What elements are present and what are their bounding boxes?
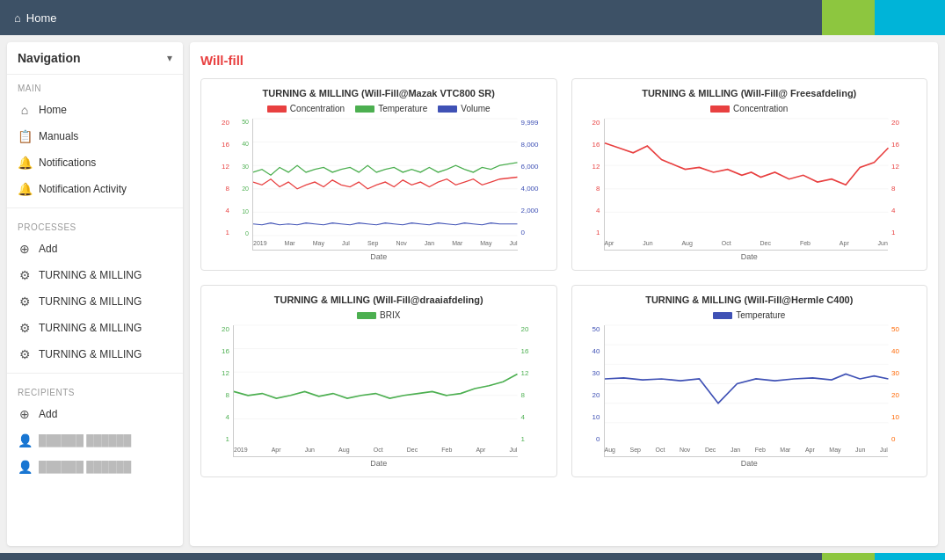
chart-2-title: TURNING & MILLING (Will-Fill@ Freesafdel… [581, 88, 919, 98]
accent-blue [875, 0, 945, 35]
chevron-down-icon: ▾ [167, 52, 172, 64]
sidebar-item-notification-activity[interactable]: 🔔 Notification Activity [7, 176, 183, 202]
sidebar-item-manuals-label: Manuals [39, 130, 78, 142]
sidebar-item-home-label: Home [39, 104, 67, 116]
chart-1-x-labels: 2019MarMayJulSepNovJanMarMayJul [253, 238, 518, 252]
sidebar-divider-2 [7, 373, 183, 374]
sidebar-item-tm2[interactable]: ⚙ TURNING & MILLING [7, 288, 183, 315]
sidebar-item-add-recipient[interactable]: ⊕ Add [7, 401, 183, 427]
chart-1-svg [253, 119, 518, 236]
sidebar-item-add-process-label: Add [39, 243, 57, 255]
chart-1: TURNING & MILLING (Will-Fill@Mazak VTC80… [200, 78, 557, 271]
main-content: Will-fill TURNING & MILLING (Will-Fill@M… [190, 42, 938, 546]
chart-4-svg [605, 325, 889, 442]
top-bar-accent [822, 0, 945, 35]
person-icon-1: 👤 [18, 433, 32, 447]
sidebar-nav-header[interactable]: Navigation ▾ [7, 42, 183, 75]
chart-2-legend: Concentration [581, 104, 919, 113]
bell-alert-icon: 🔔 [18, 182, 32, 196]
sidebar-item-recipient1[interactable]: 👤 ██████ ██████ [7, 427, 183, 454]
chart-4-area: 50403020100 [581, 325, 919, 457]
chart-3-svg [234, 325, 518, 442]
sidebar-item-tm4-label: TURNING & MILLING [39, 348, 142, 360]
sidebar-item-notifications-label: Notifications [39, 156, 96, 169]
person-icon-2: 👤 [18, 460, 32, 474]
chart-4-y-right: 50403020100 [891, 325, 918, 457]
chart-2-x-labels: AprJunAugOctDecFebAprJun [605, 238, 889, 252]
accent-green [822, 0, 875, 35]
chart-2-y-left: 201612841 [581, 119, 600, 251]
sidebar-item-notifications[interactable]: 🔔 Notifications [7, 149, 183, 176]
gear-icon-4: ⚙ [18, 347, 32, 361]
sidebar-section-main-label: MAIN [7, 75, 183, 97]
legend-color-concentration [267, 105, 287, 113]
legend-color-temperature [355, 105, 374, 113]
legend-concentration: Concentration [267, 104, 345, 113]
sidebar-item-tm3-label: TURNING & MILLING [39, 322, 142, 334]
chart-4-y-left: 50403020100 [581, 325, 600, 457]
chart-1-plot: 2019MarMayJulSepNovJanMarMayJul [252, 119, 518, 251]
sidebar-item-home[interactable]: ⌂ Home [7, 97, 183, 123]
chart-2-plot: AprJunAugOctDecFebAprJun [604, 119, 889, 251]
home-icon: ⌂ [14, 11, 21, 25]
add-circle-icon: ⊕ [18, 242, 32, 256]
sidebar-nav-title: Navigation [18, 51, 81, 65]
legend-label-concentration: Concentration [290, 104, 345, 113]
legend-concentration-2: Concentration [710, 104, 788, 113]
chart-3: TURNING & MILLING (Will-Fill@draaiafdeli… [200, 285, 557, 477]
book-icon: 📋 [18, 129, 32, 143]
sidebar-section-processes-label: PROCESSES [7, 214, 183, 236]
bell-icon: 🔔 [18, 156, 32, 170]
chart-4-title: TURNING & MILLING (Will-Fill@Hermle C400… [581, 295, 919, 305]
bottom-bar-accent [822, 553, 945, 560]
chart-3-plot: 2019AprJunAugOctDecFebAprJul [233, 325, 518, 457]
sidebar-item-add-recipient-label: Add [39, 408, 57, 420]
legend-label-volume: Volume [461, 104, 490, 113]
chart-2-y-right: 201612841 [891, 119, 918, 251]
sidebar-item-recipient2[interactable]: 👤 ██████ ██████ [7, 454, 183, 480]
legend-color-concentration-2 [710, 105, 730, 113]
chart-3-legend: BRIX [210, 310, 548, 320]
sidebar-item-add-process[interactable]: ⊕ Add [7, 236, 183, 262]
chart-1-y-mid: 50403020100 [233, 119, 249, 251]
legend-label-brix: BRIX [380, 310, 400, 320]
chart-4-x-axis-label: Date [581, 459, 919, 468]
sidebar: Navigation ▾ MAIN ⌂ Home 📋 Manuals 🔔 Not… [7, 42, 183, 546]
chart-2-x-axis-label: Date [581, 252, 919, 261]
chart-1-x-axis-label: Date [210, 252, 548, 261]
sidebar-item-manuals[interactable]: 📋 Manuals [7, 123, 183, 149]
chart-2-area: 201612841 AprJunAugO [581, 119, 919, 251]
sidebar-item-tm3[interactable]: ⚙ TURNING & MILLING [7, 315, 183, 341]
chart-1-area: 201612841 50403020100 [210, 119, 548, 251]
legend-brix: BRIX [357, 310, 400, 320]
gear-icon-2: ⚙ [18, 295, 32, 309]
sidebar-item-tm1[interactable]: ⚙ TURNING & MILLING [7, 262, 183, 288]
chart-2-svg [605, 119, 889, 236]
sidebar-item-tm1-label: TURNING & MILLING [39, 269, 142, 281]
page-title: Will-fill [200, 53, 927, 68]
home-breadcrumb[interactable]: ⌂ Home [14, 11, 57, 25]
sidebar-item-recipient2-label: ██████ ██████ [39, 461, 131, 473]
sidebar-section-recipients-label: RECIPIENTS [7, 379, 183, 401]
home-label: Home [26, 11, 57, 25]
chart-3-title: TURNING & MILLING (Will-Fill@draaiafdeli… [210, 295, 548, 305]
sidebar-divider-1 [7, 207, 183, 208]
chart-3-y-right: 201612841 [521, 325, 548, 457]
legend-label-temperature-4: Temperature [736, 310, 785, 320]
gear-icon-1: ⚙ [18, 268, 32, 282]
legend-label-concentration-2: Concentration [733, 104, 788, 113]
legend-label-temperature: Temperature [378, 104, 427, 113]
chart-4-legend: Temperature [581, 310, 919, 320]
chart-1-legend: Concentration Temperature Volume [210, 104, 548, 113]
chart-1-y-left: 201612841 [210, 119, 229, 251]
legend-volume: Volume [438, 104, 490, 113]
charts-grid: TURNING & MILLING (Will-Fill@Mazak VTC80… [200, 78, 927, 477]
legend-color-volume [438, 105, 457, 113]
bottom-accent-blue [875, 553, 945, 560]
sidebar-item-tm4[interactable]: ⚙ TURNING & MILLING [7, 341, 183, 367]
legend-color-temperature-4 [713, 312, 732, 319]
bottom-bar [0, 553, 945, 560]
chart-1-y-right: 9,9998,0006,0004,0002,0000 [521, 119, 548, 251]
gear-icon-3: ⚙ [18, 321, 32, 335]
app-body: Navigation ▾ MAIN ⌂ Home 📋 Manuals 🔔 Not… [0, 35, 945, 553]
